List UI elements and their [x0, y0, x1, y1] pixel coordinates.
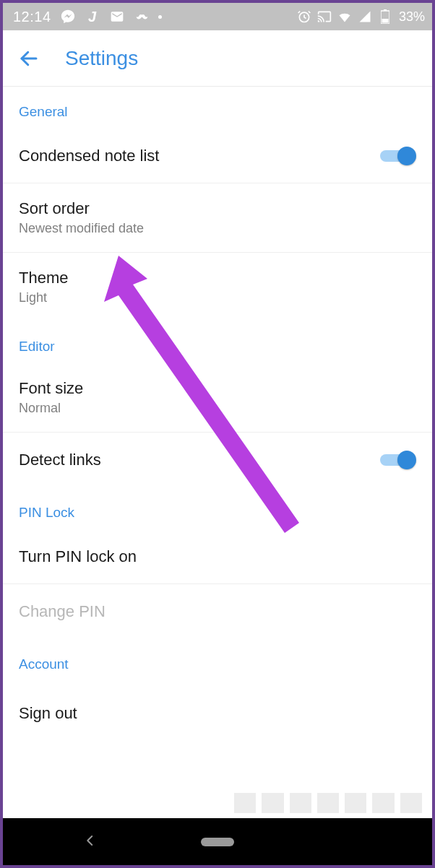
nav-back-button[interactable] — [84, 834, 97, 850]
system-nav-bar — [3, 818, 432, 865]
row-title: Condensed note list — [19, 147, 380, 165]
toggle-detect-links[interactable] — [380, 451, 416, 469]
nav-home-pill[interactable] — [201, 838, 234, 846]
toggle-thumb — [397, 147, 416, 165]
toggle-thumb — [397, 451, 416, 469]
row-title: Change PIN — [19, 602, 416, 621]
row-title: Font size — [19, 379, 416, 398]
section-header-account: Account — [3, 639, 432, 681]
gmail-icon — [109, 9, 125, 25]
page-title: Settings — [65, 47, 138, 70]
status-bar: 12:14 J — [3, 3, 432, 30]
row-title: Sign out — [19, 704, 416, 723]
arrow-left-icon — [18, 48, 40, 69]
row-subtitle: Newest modified date — [19, 221, 416, 236]
status-right: 33% — [296, 9, 425, 25]
cast-icon — [316, 9, 332, 25]
svg-rect-2 — [384, 9, 387, 11]
redacted-email-strip — [234, 793, 422, 813]
section-header-pinlock: PIN Lock — [3, 487, 432, 529]
more-notifications-dot-icon — [158, 15, 162, 19]
row-turn-pin-on[interactable]: Turn PIN lock on — [3, 529, 432, 584]
section-header-editor: Editor — [3, 321, 432, 363]
back-button[interactable] — [16, 45, 42, 71]
toggle-condensed[interactable] — [380, 147, 416, 165]
row-sort-order[interactable]: Sort order Newest modified date — [3, 183, 432, 253]
row-title: Sort order — [19, 199, 416, 218]
row-detect-links[interactable]: Detect links — [3, 433, 432, 487]
row-change-pin: Change PIN — [3, 584, 432, 639]
app-bar: Settings — [3, 30, 432, 87]
device-frame: 12:14 J — [3, 3, 432, 865]
cell-signal-icon — [357, 9, 373, 25]
battery-icon — [377, 9, 393, 25]
row-subtitle: Normal — [19, 401, 416, 416]
status-left: 12:14 J — [13, 9, 162, 25]
row-condensed-note-list[interactable]: Condensed note list — [3, 129, 432, 183]
wifi-icon — [337, 9, 353, 25]
row-title: Theme — [19, 269, 416, 287]
row-theme[interactable]: Theme Light — [3, 253, 432, 321]
battery-percent: 33% — [399, 9, 425, 25]
status-time: 12:14 — [13, 9, 51, 25]
alarm-icon — [296, 9, 312, 25]
row-subtitle: Light — [19, 290, 416, 305]
row-sign-out[interactable]: Sign out — [3, 681, 432, 736]
section-header-general: General — [3, 87, 432, 129]
settings-content: General Condensed note list Sort order N… — [3, 87, 432, 818]
chevron-left-icon — [84, 834, 97, 847]
row-title: Detect links — [19, 451, 380, 469]
app-j-icon: J — [85, 9, 100, 25]
row-title: Turn PIN lock on — [19, 547, 416, 566]
messenger-icon — [60, 9, 76, 25]
row-font-size[interactable]: Font size Normal — [3, 363, 432, 433]
mustache-icon — [134, 9, 150, 25]
svg-rect-3 — [382, 19, 388, 23]
